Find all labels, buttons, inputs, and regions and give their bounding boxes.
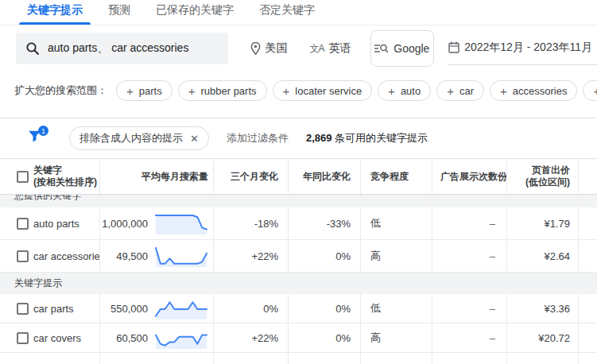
extra-cell [578, 323, 597, 352]
volume-cell: 49,500 [99, 240, 213, 272]
keyword-table: 关键字(按相关性排序) 平均每月搜索量 三个月变化 年同比变化 竞争程度 广告展… [0, 158, 597, 364]
header-extra [578, 159, 597, 194]
keyword-chip-vehicle-accessories[interactable]: +vehicle accessories [583, 80, 597, 101]
keyword-cell: car accessories [32, 240, 99, 272]
location-setting[interactable]: 美国 [250, 41, 288, 56]
top-bid-cell: ¥1.79 [506, 207, 578, 239]
extra-cell [578, 207, 597, 239]
expand-search-row: 扩大您的搜索范围： +parts +rubber parts +locater … [0, 72, 597, 110]
network-value: Google [393, 42, 429, 55]
keyword-cell: car covers [32, 323, 99, 352]
header-keyword[interactable]: 关键字(按相关性排序) [32, 159, 99, 194]
ad-share-cell: – [432, 207, 506, 239]
location-pin-icon [250, 42, 261, 55]
row-checkbox[interactable] [17, 250, 29, 262]
plus-icon: + [283, 84, 290, 98]
trend-sparkline [154, 326, 208, 350]
header-checkbox-cell [0, 159, 32, 194]
plus-icon: + [593, 84, 597, 98]
filter-funnel-icon[interactable]: 1 [28, 130, 45, 147]
keyword-chip-auto[interactable]: +auto [378, 80, 431, 101]
search-settings-bar: auto parts、 car accessories 美国 文A 英语 Goo… [0, 25, 597, 72]
tab-forecast[interactable]: 预测 [95, 0, 143, 25]
chip-label: parts [139, 85, 162, 97]
section-keyword-suggestions: 关键字提示 [0, 273, 597, 294]
expand-search-label: 扩大您的搜索范围： [14, 83, 107, 98]
tab-saved-keywords[interactable]: 已保存的关键字 [143, 0, 246, 25]
tab-keyword-ideas[interactable]: 关键字提示 [14, 0, 95, 25]
table-row[interactable]: car accessories 49,500 +22% 0% 高 – ¥2.64 [0, 240, 597, 273]
keyword-count-text: 2,869 条可用的关键字提示 [306, 131, 428, 145]
volume-cell: 550,000 [99, 294, 213, 323]
yoy-cell: 0% [288, 240, 360, 272]
plus-icon: + [500, 84, 507, 98]
add-filter-button[interactable]: 添加过滤条件 [227, 131, 289, 145]
plus-icon: + [388, 84, 395, 98]
trend-sparkline [154, 244, 208, 268]
keyword-cell: car parts [32, 294, 99, 323]
table-row-partial [0, 353, 597, 364]
network-selector[interactable]: Google [370, 30, 435, 67]
language-setting[interactable]: 文A 英语 [310, 41, 351, 56]
plus-icon: + [126, 84, 134, 98]
volume-cell: 60,500 [99, 323, 213, 352]
keyword-count-label: 条可用的关键字提示 [335, 132, 428, 144]
language-value: 英语 [329, 41, 351, 56]
top-bid-cell: ¥3.36 [506, 294, 578, 323]
plus-icon: + [188, 84, 196, 98]
close-icon[interactable]: ✕ [190, 133, 199, 145]
table-row[interactable]: auto parts 1,000,000 -18% -33% 低 – ¥1.79 [0, 207, 597, 240]
chip-label: rubber parts [200, 85, 256, 97]
search-query-text: auto parts、 car accessories [48, 41, 188, 56]
keyword-chip-car[interactable]: +car [436, 80, 484, 101]
search-network-icon [374, 43, 388, 54]
top-bid-cell: ¥2.64 [506, 240, 578, 272]
translate-icon: 文A [310, 42, 324, 56]
row-checkbox[interactable] [17, 218, 29, 230]
ad-share-cell: – [432, 323, 506, 352]
three-month-cell: +22% [213, 323, 288, 352]
filter-chip-label: 排除含成人内容的提示 [79, 131, 183, 145]
header-competition[interactable]: 竞争程度 [360, 159, 432, 194]
header-top-bid[interactable]: 页首出价(低位区间) [506, 159, 578, 194]
header-yoy[interactable]: 年同比变化 [288, 159, 360, 194]
chip-label: car [459, 85, 474, 97]
search-icon [25, 41, 40, 56]
calendar-icon [448, 41, 459, 53]
row-checkbox[interactable] [17, 303, 29, 315]
keyword-search-input[interactable]: auto parts、 car accessories [16, 33, 228, 64]
table-header-row: 关键字(按相关性排序) 平均每月搜索量 三个月变化 年同比变化 竞争程度 广告展… [0, 159, 597, 195]
keyword-chip-parts[interactable]: +parts [116, 80, 173, 101]
date-range-selector[interactable]: 2022年12月 - 2023年11月 [448, 33, 597, 65]
keyword-cell: auto parts [32, 207, 99, 239]
three-month-cell: 0% [213, 294, 288, 323]
section-provided-keywords: 您提供的关键字 [0, 195, 597, 207]
keyword-chip-accessories[interactable]: +accessories [490, 80, 577, 101]
keyword-chip-locater-service[interactable]: +locater service [273, 80, 373, 101]
extra-cell [578, 294, 597, 323]
plus-icon: + [447, 84, 454, 98]
table-row[interactable]: car covers 60,500 +22% 0% 高 – ¥20.72 [0, 323, 597, 353]
top-bid-cell: ¥20.72 [506, 323, 578, 352]
location-value: 美国 [266, 41, 288, 56]
adult-content-filter-chip[interactable]: 排除含成人内容的提示 ✕ [69, 126, 209, 150]
volume-cell: 1,000,000 [99, 207, 213, 239]
table-row[interactable]: car parts 550,000 0% 0% 低 – ¥3.36 [0, 294, 597, 323]
competition-cell: 低 [360, 294, 432, 323]
tab-negative-keywords[interactable]: 否定关键字 [246, 0, 328, 25]
keyword-chip-rubber-parts[interactable]: +rubber parts [178, 80, 267, 101]
header-ad-share[interactable]: 广告展示次数份额 [432, 159, 506, 194]
row-checkbox[interactable] [17, 332, 29, 344]
chip-label: accessories [513, 85, 568, 97]
chip-label: locater service [295, 85, 362, 97]
competition-cell: 高 [360, 323, 432, 352]
filter-count-badge: 1 [38, 126, 48, 136]
header-three-month[interactable]: 三个月变化 [213, 159, 288, 194]
yoy-cell: -33% [288, 207, 360, 239]
yoy-cell: 0% [288, 294, 360, 323]
select-all-checkbox[interactable] [17, 171, 29, 183]
filter-bar: 1 排除含成人内容的提示 ✕ 添加过滤条件 2,869 条可用的关键字提示 [0, 118, 597, 158]
header-volume[interactable]: 平均每月搜索量 [99, 159, 213, 194]
trend-sparkline [154, 296, 208, 320]
three-month-cell: +22% [213, 240, 288, 272]
